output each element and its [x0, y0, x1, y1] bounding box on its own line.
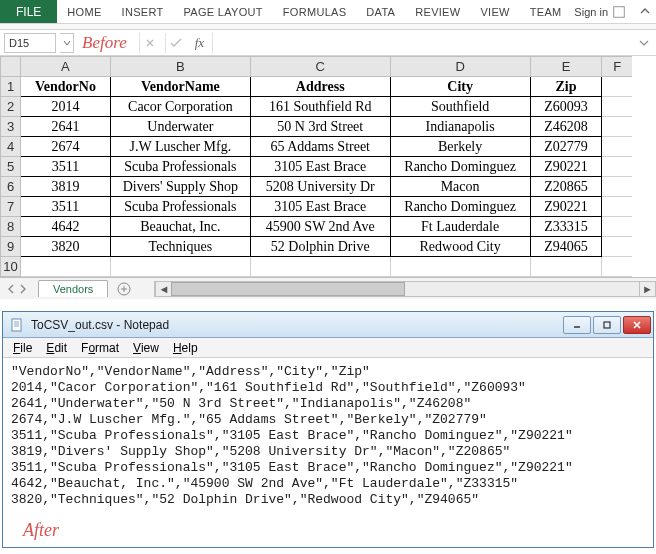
- tab-formulas[interactable]: FORMULAS: [273, 0, 357, 23]
- sheet-nav[interactable]: [0, 284, 34, 294]
- cell[interactable]: Cacor Corporation: [110, 97, 250, 117]
- cell[interactable]: Address: [250, 77, 390, 97]
- col-header-a[interactable]: A: [20, 57, 110, 77]
- tab-data[interactable]: DATA: [356, 0, 405, 23]
- scroll-right-button[interactable]: ►: [639, 282, 655, 296]
- cell[interactable]: VendorName: [110, 77, 250, 97]
- cancel-formula-icon[interactable]: [139, 33, 161, 53]
- cell[interactable]: [602, 197, 632, 217]
- cell[interactable]: 3819: [20, 177, 110, 197]
- cell[interactable]: Z02779: [530, 137, 602, 157]
- row-header[interactable]: 10: [1, 257, 21, 277]
- cell[interactable]: [20, 257, 110, 277]
- tab-insert[interactable]: INSERT: [112, 0, 174, 23]
- col-header-b[interactable]: B: [110, 57, 250, 77]
- col-header-e[interactable]: E: [530, 57, 602, 77]
- cell[interactable]: Scuba Professionals: [110, 157, 250, 177]
- cell[interactable]: 45900 SW 2nd Ave: [250, 217, 390, 237]
- add-sheet-button[interactable]: [114, 279, 134, 299]
- cell[interactable]: [602, 177, 632, 197]
- cell[interactable]: Southfield: [390, 97, 530, 117]
- cell[interactable]: Z33315: [530, 217, 602, 237]
- cell[interactable]: 3105 East Brace: [250, 157, 390, 177]
- cell[interactable]: Scuba Professionals: [110, 197, 250, 217]
- menu-format[interactable]: Format: [75, 340, 125, 356]
- row-header[interactable]: 7: [1, 197, 21, 217]
- fx-label[interactable]: fx: [191, 35, 208, 51]
- cell[interactable]: [602, 137, 632, 157]
- ribbon-collapse-icon[interactable]: [634, 0, 656, 23]
- scroll-track[interactable]: [171, 282, 639, 296]
- cell[interactable]: Divers' Supply Shop: [110, 177, 250, 197]
- menu-edit[interactable]: Edit: [40, 340, 73, 356]
- col-header-c[interactable]: C: [250, 57, 390, 77]
- menu-view[interactable]: View: [127, 340, 165, 356]
- cell[interactable]: Beauchat, Inc.: [110, 217, 250, 237]
- cell[interactable]: VendorNo: [20, 77, 110, 97]
- cell[interactable]: [110, 257, 250, 277]
- row-header[interactable]: 4: [1, 137, 21, 157]
- cell[interactable]: Rancho Dominguez: [390, 157, 530, 177]
- name-box[interactable]: D15: [4, 33, 56, 53]
- cell[interactable]: 5208 University Dr: [250, 177, 390, 197]
- cell[interactable]: 65 Addams Street: [250, 137, 390, 157]
- cell[interactable]: J.W Luscher Mfg.: [110, 137, 250, 157]
- name-box-dropdown[interactable]: [60, 33, 74, 53]
- cell[interactable]: [602, 97, 632, 117]
- cell[interactable]: 2641: [20, 117, 110, 137]
- formula-expand-icon[interactable]: [636, 38, 652, 48]
- cell[interactable]: [602, 117, 632, 137]
- tab-view[interactable]: VIEW: [470, 0, 519, 23]
- file-tab[interactable]: FILE: [0, 0, 57, 23]
- maximize-button[interactable]: [593, 316, 621, 334]
- row-header[interactable]: 6: [1, 177, 21, 197]
- cell[interactable]: Z90221: [530, 197, 602, 217]
- cell[interactable]: [602, 77, 632, 97]
- sheet-tab-vendors[interactable]: Vendors: [38, 280, 108, 297]
- tab-review[interactable]: REVIEW: [405, 0, 470, 23]
- cell[interactable]: Techniques: [110, 237, 250, 257]
- cell[interactable]: City: [390, 77, 530, 97]
- cell[interactable]: 2674: [20, 137, 110, 157]
- tab-page-layout[interactable]: PAGE LAYOUT: [174, 0, 273, 23]
- cell[interactable]: 52 Dolphin Drive: [250, 237, 390, 257]
- cell[interactable]: Indianapolis: [390, 117, 530, 137]
- cell[interactable]: Zip: [530, 77, 602, 97]
- cell[interactable]: 3511: [20, 157, 110, 177]
- cell[interactable]: [250, 257, 390, 277]
- cell[interactable]: Rancho Dominguez: [390, 197, 530, 217]
- cell[interactable]: [602, 217, 632, 237]
- row-header[interactable]: 9: [1, 237, 21, 257]
- scroll-left-button[interactable]: ◄: [155, 282, 171, 296]
- cell[interactable]: Z60093: [530, 97, 602, 117]
- notepad-text-area[interactable]: "VendorNo","VendorName","Address","City"…: [3, 358, 653, 518]
- cell[interactable]: 50 N 3rd Street: [250, 117, 390, 137]
- cell[interactable]: Ft Lauderdale: [390, 217, 530, 237]
- cell[interactable]: Redwood City: [390, 237, 530, 257]
- select-all-corner[interactable]: [1, 57, 21, 77]
- cell[interactable]: 161 Southfield Rd: [250, 97, 390, 117]
- row-header[interactable]: 3: [1, 117, 21, 137]
- col-header-d[interactable]: D: [390, 57, 530, 77]
- sign-in-link[interactable]: Sign in: [574, 0, 634, 23]
- cell[interactable]: [530, 257, 602, 277]
- col-header-f[interactable]: F: [602, 57, 632, 77]
- scroll-thumb[interactable]: [171, 282, 405, 296]
- cell[interactable]: [602, 237, 632, 257]
- cell[interactable]: [390, 257, 530, 277]
- menu-file[interactable]: File: [7, 340, 38, 356]
- cell[interactable]: 4642: [20, 217, 110, 237]
- row-header[interactable]: 5: [1, 157, 21, 177]
- cell[interactable]: Z20865: [530, 177, 602, 197]
- cell[interactable]: 2014: [20, 97, 110, 117]
- notepad-titlebar[interactable]: ToCSV_out.csv - Notepad: [3, 312, 653, 338]
- enter-formula-icon[interactable]: [165, 33, 187, 53]
- cell[interactable]: 3511: [20, 197, 110, 217]
- horizontal-scrollbar[interactable]: ◄ ►: [154, 281, 656, 297]
- row-header[interactable]: 2: [1, 97, 21, 117]
- cell[interactable]: [602, 157, 632, 177]
- close-button[interactable]: [623, 316, 651, 334]
- cell[interactable]: Z46208: [530, 117, 602, 137]
- cell[interactable]: Z94065: [530, 237, 602, 257]
- cell[interactable]: 3820: [20, 237, 110, 257]
